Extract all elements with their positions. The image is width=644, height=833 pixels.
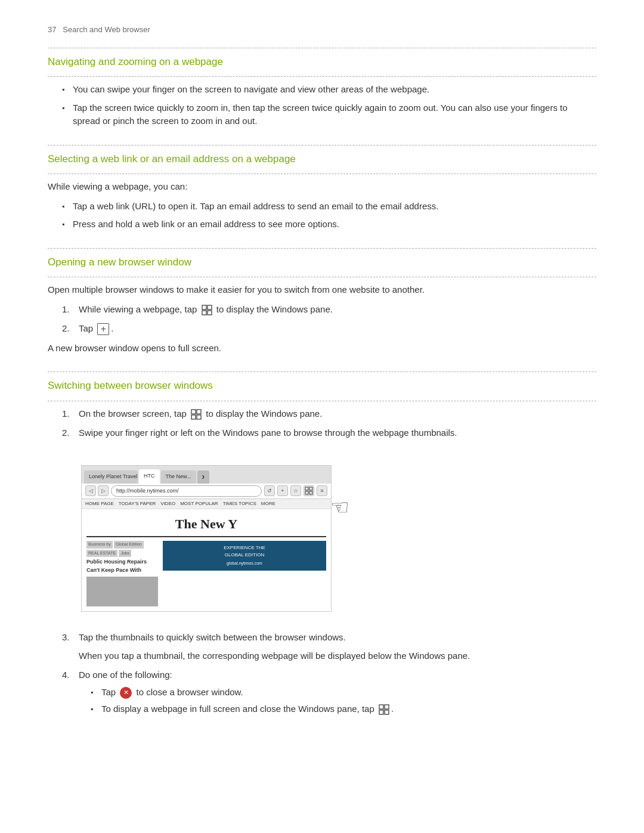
list-item: 4. Do one of the following: Tap to close… (62, 668, 596, 716)
browser-nav-buttons: ◁ ▷ (85, 485, 109, 496)
svg-rect-9 (309, 487, 312, 490)
article-categories: Business by Global Edition REAL ESTATE J… (86, 541, 158, 558)
section-divider (48, 371, 596, 372)
section-divider-bottom (48, 76, 596, 77)
browser-address-bar: ◁ ▷ http://mobile.nytimes.com/ ↺ + ☆ (82, 484, 331, 500)
navigating-bullets: You can swipe your finger on the screen … (48, 83, 596, 128)
list-item: 1. On the browser screen, tap to display… (62, 407, 596, 421)
list-item: Tap the screen twice quickly to zoom in,… (62, 101, 596, 128)
article-image (86, 577, 158, 606)
svg-rect-3 (208, 311, 212, 315)
browser-tab-3: The New... (161, 470, 196, 484)
svg-rect-7 (197, 415, 201, 419)
section-divider (48, 48, 596, 48)
svg-rect-5 (197, 410, 201, 414)
list-item: Tap to close a browser window. (91, 686, 596, 699)
ad-text: EXPERIENCE THEGLOBAL EDITION (166, 544, 323, 559)
forward-button: ▷ (98, 485, 109, 496)
browser-tabs-bar: Lonely Planet Travel Go... HTC The New..… (82, 466, 331, 484)
svg-rect-14 (379, 710, 383, 714)
page: 37 Search and Web browser Navigating and… (0, 0, 644, 833)
menu-item: TODAY'S PAPER (119, 500, 156, 507)
browser-tab-new: › (197, 470, 210, 484)
plus-icon (97, 323, 109, 335)
list-item: To display a webpage in full screen and … (91, 702, 596, 716)
step3-detail: When you tap a thumbnail, the correspond… (79, 649, 596, 663)
list-item: Tap a web link (URL) to open it. Tap an … (62, 200, 596, 213)
browser-articles: Business by Global Edition REAL ESTATE J… (86, 541, 326, 606)
menu-item: TIMES TOPICS (223, 500, 256, 507)
section-label: Search and Web browser (63, 25, 150, 34)
menu-item: HOME PAGE (85, 500, 114, 507)
svg-rect-10 (305, 491, 308, 494)
back-button: ◁ (85, 485, 96, 496)
opening-intro: Open multiple browser windows to make it… (48, 283, 596, 297)
section-switching: Switching between browser windows 1. On … (48, 371, 596, 716)
section-title-navigating: Navigating and zooming on a webpage (48, 54, 596, 70)
list-item: 3. Tap the thumbnails to quickly switch … (62, 631, 596, 662)
list-item: 2. Swipe your finger right or left on th… (62, 426, 596, 440)
svg-rect-0 (202, 305, 206, 309)
step4-bullets: Tap to close a browser window. To displa… (79, 686, 596, 716)
switching-step3: 3. Tap the thumbnails to quickly switch … (48, 631, 596, 716)
browser-menu-bar: HOME PAGE TODAY'S PAPER VIDEO MOST POPUL… (82, 499, 331, 509)
ad-url: global.nytimes.com (166, 561, 323, 567)
article-left: Business by Global Edition REAL ESTATE J… (86, 541, 158, 606)
section-divider-bottom (48, 401, 596, 401)
article-right: EXPERIENCE THEGLOBAL EDITION global.nyti… (163, 541, 326, 606)
browser-screenshot-wrapper: Lonely Planet Travel Go... HTC The New..… (64, 456, 332, 622)
section-divider-bottom (48, 277, 596, 277)
windows-icon-2 (190, 408, 202, 420)
address-input: http://mobile.nytimes.com/ (111, 485, 262, 497)
ad-content: EXPERIENCE THEGLOBAL EDITION global.nyti… (163, 541, 326, 571)
opening-steps: 1. While viewing a webpage, tap to displ… (48, 303, 596, 336)
browser-content: The New Y Business by Global Edition REA… (82, 509, 331, 611)
browser-tab-active: HTC (139, 469, 160, 484)
list-item: 1. While viewing a webpage, tap to displ… (62, 303, 596, 317)
refresh-button: ↺ (264, 485, 275, 496)
section-divider-bottom (48, 174, 596, 174)
section-divider (48, 248, 596, 249)
section-opening: Opening a new browser window Open multip… (48, 248, 596, 355)
list-item: You can swipe your finger on the screen … (62, 83, 596, 97)
svg-rect-2 (202, 311, 206, 315)
svg-rect-13 (385, 705, 389, 709)
svg-rect-4 (191, 410, 196, 414)
selecting-bullets: Tap a web link (URL) to open it. Tap an … (48, 200, 596, 231)
section-divider (48, 145, 596, 145)
page-number: 37 (48, 25, 56, 34)
list-item: 2. Tap . (62, 322, 596, 336)
windows-button (304, 485, 314, 496)
svg-rect-6 (191, 415, 196, 419)
menu-item: VIDEO (160, 500, 175, 507)
svg-rect-11 (309, 491, 312, 494)
menu-button: + (277, 485, 288, 496)
bookmarks-button: ☆ (290, 485, 301, 496)
article-title: Public Housing Repairs Can't Keep Pace W… (86, 558, 158, 574)
browser-tab: Lonely Planet Travel Go... (84, 470, 138, 484)
section-title-opening: Opening a new browser window (48, 255, 596, 270)
svg-rect-15 (385, 710, 389, 714)
x-icon (120, 687, 132, 699)
svg-rect-1 (208, 305, 212, 309)
menu-item: MORE (261, 500, 275, 507)
browser-screenshot: Lonely Planet Travel Go... HTC The New..… (81, 465, 332, 612)
section-title-selecting: Selecting a web link or an email address… (48, 151, 596, 167)
section-navigating: Navigating and zooming on a webpage You … (48, 48, 596, 128)
opening-outro: A new browser window opens to full scree… (48, 342, 596, 355)
menu-item: MOST POPULAR (180, 500, 218, 507)
settings-button: ≡ (317, 485, 327, 496)
windows-icon-3 (378, 704, 390, 716)
list-item: Press and hold a web link or an email ad… (62, 218, 596, 231)
svg-rect-8 (305, 487, 308, 490)
svg-rect-12 (379, 705, 383, 709)
hand-cursor-icon: ☞ (330, 491, 349, 524)
switching-steps: 1. On the browser screen, tap to display… (48, 407, 596, 440)
page-header: 37 Search and Web browser (48, 24, 596, 36)
section-selecting: Selecting a web link or an email address… (48, 145, 596, 231)
site-name: The New Y (86, 514, 326, 537)
windows-icon (201, 304, 213, 316)
selecting-intro: While viewing a webpage, you can: (48, 180, 596, 194)
section-title-switching: Switching between browser windows (48, 378, 596, 394)
